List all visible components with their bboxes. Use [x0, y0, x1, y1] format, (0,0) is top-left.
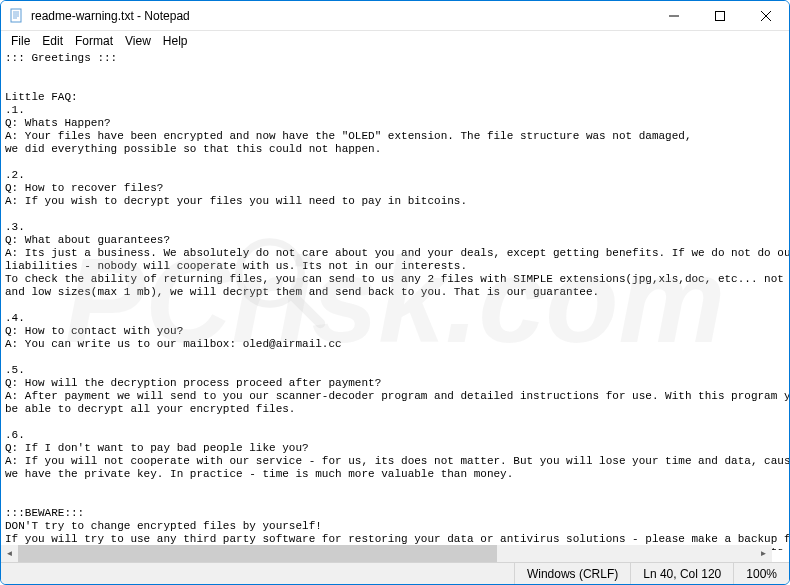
menu-format[interactable]: Format — [69, 33, 119, 49]
menu-edit[interactable]: Edit — [36, 33, 69, 49]
statusbar: Windows (CRLF) Ln 40, Col 120 100% — [1, 562, 789, 584]
window-controls — [651, 1, 789, 31]
scroll-track[interactable] — [18, 545, 755, 562]
menu-help[interactable]: Help — [157, 33, 194, 49]
minimize-button[interactable] — [651, 1, 697, 31]
horizontal-scrollbar[interactable]: ◄ ► — [1, 545, 772, 562]
close-button[interactable] — [743, 1, 789, 31]
status-encoding: Windows (CRLF) — [514, 563, 630, 584]
document-text[interactable]: ::: Greetings ::: Little FAQ: .1. Q: Wha… — [1, 50, 789, 550]
svg-rect-0 — [11, 9, 21, 22]
status-cursor-position: Ln 40, Col 120 — [630, 563, 733, 584]
menubar: File Edit Format View Help — [1, 31, 789, 50]
notepad-icon — [9, 8, 25, 24]
window-title: readme-warning.txt - Notepad — [31, 9, 651, 23]
titlebar: readme-warning.txt - Notepad — [1, 1, 789, 31]
maximize-button[interactable] — [697, 1, 743, 31]
menu-file[interactable]: File — [5, 33, 36, 49]
menu-view[interactable]: View — [119, 33, 157, 49]
text-editor-area[interactable]: PCrisk.com ::: Greetings ::: Little FAQ:… — [1, 50, 789, 550]
scroll-left-arrow-icon[interactable]: ◄ — [1, 545, 18, 562]
scroll-right-arrow-icon[interactable]: ► — [755, 545, 772, 562]
svg-rect-6 — [716, 11, 725, 20]
scroll-thumb[interactable] — [18, 545, 497, 562]
status-zoom: 100% — [733, 563, 789, 584]
